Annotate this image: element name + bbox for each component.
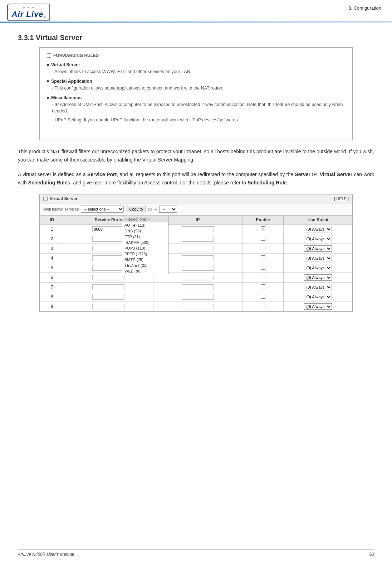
dd-item-pop3[interactable]: POP3 (110): [122, 245, 168, 251]
virtual-server-bold: Virtual Server: [320, 172, 352, 177]
ip-input-8[interactable]: [182, 294, 214, 300]
enable-checkbox-4[interactable]: [261, 255, 265, 260]
bullet-icon: [47, 80, 49, 82]
cell-use-rule-1[interactable]: (0) Always: [284, 225, 352, 234]
use-rule-select-2[interactable]: (0) Always: [304, 236, 332, 242]
cell-use-rule-5[interactable]: (0) Always: [284, 263, 352, 273]
virtual-server-table: ID Service Ports IP Enable Use Rule# 1: [40, 215, 352, 312]
table-row: 3 (0) Always: [40, 244, 352, 254]
vs-title-bar: Virtual Server [ HELP ]: [40, 194, 352, 203]
cell-id-5: 5: [40, 263, 64, 273]
cell-id-1: 1: [40, 225, 64, 234]
cell-use-rule-4[interactable]: (0) Always: [284, 254, 352, 263]
cell-use-rule-8[interactable]: (0) Always: [284, 292, 352, 302]
ip-input-7[interactable]: [182, 284, 214, 290]
chapter-label: 3. Configuration: [348, 4, 381, 11]
use-rule-select-9[interactable]: (0) Always: [304, 303, 332, 310]
virtual-server-panel: Virtual Server [ HELP ] Well known servi…: [39, 194, 353, 312]
well-known-select[interactable]: -- select one --: [81, 206, 124, 213]
service-port-input-3[interactable]: [92, 246, 124, 251]
forwarding-rules-icon: [47, 53, 51, 58]
ip-input-5[interactable]: [182, 265, 214, 271]
ip-input-9[interactable]: [182, 304, 214, 309]
dd-item-telnet[interactable]: TELNET (23): [122, 262, 168, 268]
scheduling-rules-bold: Scheduling Rules: [28, 180, 70, 185]
use-rule-select-6[interactable]: (0) Always: [304, 274, 332, 281]
service-port-input-9[interactable]: [92, 304, 124, 309]
cell-enable-2[interactable]: [242, 234, 283, 244]
dd-item-web[interactable]: WEB (80): [122, 268, 168, 274]
enable-checkbox-2[interactable]: [261, 236, 265, 241]
id-select[interactable]: --: [159, 206, 177, 213]
cell-use-rule-6[interactable]: (0) Always: [284, 273, 352, 283]
use-rule-select-8[interactable]: (0) Always: [304, 294, 332, 300]
cell-service-port-8[interactable]: [64, 292, 153, 302]
cell-use-rule-7[interactable]: (0) Always: [284, 283, 352, 292]
service-port-input-6[interactable]: [92, 275, 124, 280]
ip-input-2[interactable]: [182, 236, 214, 242]
cell-ip-7[interactable]: [153, 283, 242, 292]
cell-enable-6[interactable]: [242, 273, 283, 283]
service-port-input-7[interactable]: [92, 284, 124, 290]
cell-enable-3[interactable]: [242, 244, 283, 254]
ip-input-3[interactable]: [182, 246, 214, 251]
vs-help-link[interactable]: [ HELP ]: [334, 197, 349, 201]
cell-id-2: 2: [40, 234, 64, 244]
enable-checkbox-8[interactable]: [261, 294, 265, 299]
enable-checkbox-3[interactable]: [261, 246, 265, 250]
cell-enable-1[interactable]: [242, 225, 283, 234]
enable-checkbox-7[interactable]: [261, 284, 265, 289]
cell-enable-9[interactable]: [242, 302, 283, 312]
logo-brand: Air Live: [12, 10, 44, 19]
cell-use-rule-3[interactable]: (0) Always: [284, 244, 352, 254]
scheduling-rule-bold: Scheduling Rule: [248, 180, 287, 185]
dd-item-isakmp[interactable]: ISAKMP (500): [122, 240, 168, 245]
cell-id-7: 7: [40, 283, 64, 292]
cell-service-port-7[interactable]: [64, 283, 153, 292]
well-known-dropdown[interactable]: -- select one -- AUTH (113) DNS (53) FTP…: [122, 216, 168, 274]
fw-item-virtual-server: Virtual Server - Allows others to access…: [47, 62, 345, 75]
service-port-input-8[interactable]: [92, 294, 124, 300]
ip-input-4[interactable]: [182, 255, 214, 261]
dd-item-pptp[interactable]: PPTP (1723): [122, 251, 168, 257]
use-rule-select-7[interactable]: (0) Always: [304, 284, 332, 290]
cell-enable-4[interactable]: [242, 254, 283, 263]
use-rule-select-1[interactable]: (0) Always: [304, 226, 332, 232]
body-para-1: This product's NAT firewall filters out …: [18, 148, 374, 164]
service-port-input-5[interactable]: [92, 265, 124, 271]
dd-item-dns[interactable]: DNS (53): [122, 228, 168, 234]
service-port-input-2[interactable]: [92, 236, 124, 242]
use-rule-select-5[interactable]: (0) Always: [304, 265, 332, 271]
fw-box-divider: [47, 129, 345, 129]
cell-ip-9[interactable]: [153, 302, 242, 312]
use-rule-select-4[interactable]: (0) Always: [304, 255, 332, 261]
enable-checkbox-9[interactable]: [261, 304, 265, 308]
cell-service-port-9[interactable]: [64, 302, 153, 312]
cell-enable-7[interactable]: [242, 283, 283, 292]
use-rule-select-3[interactable]: (0) Always: [304, 245, 332, 252]
service-port-input-1[interactable]: [92, 226, 124, 232]
dd-item-ftp[interactable]: FTP (21): [122, 234, 168, 240]
enable-checkbox-1[interactable]: [261, 226, 265, 231]
page-footer: AirLive N450R User's Manual 60: [18, 549, 374, 557]
enable-checkbox-5[interactable]: [261, 265, 265, 270]
cell-ip-8[interactable]: [153, 292, 242, 302]
ip-input-1[interactable]: [182, 226, 214, 232]
col-use-rule: Use Rule#: [284, 216, 352, 225]
logo-registered: ®: [43, 16, 45, 19]
dd-item-smtp[interactable]: SMTP (25): [122, 257, 168, 262]
ip-input-6[interactable]: [182, 275, 214, 280]
page-number: 60: [369, 552, 374, 557]
table-row: 1 (0) Always: [40, 225, 352, 234]
dd-item-auth[interactable]: AUTH (113): [122, 222, 168, 228]
cell-use-rule-2[interactable]: (0) Always: [284, 234, 352, 244]
cell-enable-8[interactable]: [242, 292, 283, 302]
forwarding-rules-title: FORWARDING RULES: [47, 53, 345, 58]
cell-enable-5[interactable]: [242, 263, 283, 273]
enable-checkbox-6[interactable]: [261, 275, 265, 279]
copy-to-button[interactable]: Copy to: [126, 206, 146, 212]
bullet-icon: [47, 64, 49, 66]
table-row: 5 (0) Always: [40, 263, 352, 273]
service-port-input-4[interactable]: [92, 255, 124, 261]
cell-use-rule-9[interactable]: (0) Always: [284, 302, 352, 312]
